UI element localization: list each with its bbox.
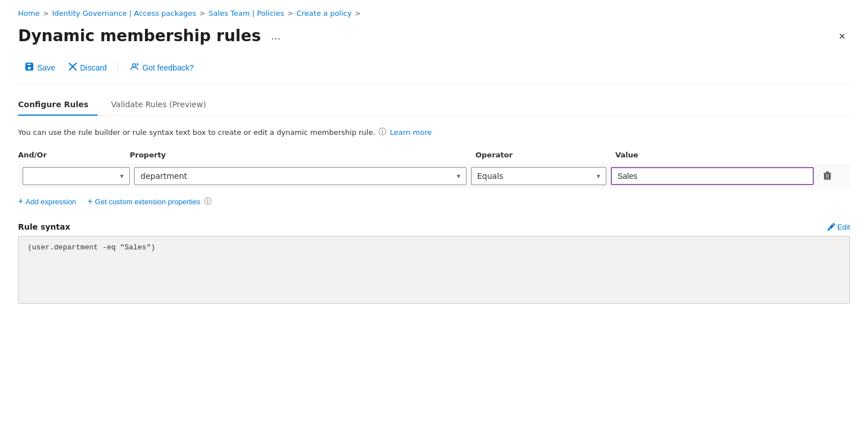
breadcrumb-sep-2: >: [200, 10, 205, 17]
page-header: Dynamic membership rules ... ×: [18, 27, 850, 45]
property-chevron-icon: ▾: [457, 172, 460, 180]
col-property: Property: [130, 151, 471, 159]
tab-configure-rules[interactable]: Configure Rules: [18, 95, 98, 116]
discard-icon: [69, 63, 77, 73]
breadcrumb: Home > Identity Governance | Access pack…: [18, 9, 850, 17]
get-custom-extension-button[interactable]: + Get custom extension properties ⓘ: [87, 196, 212, 207]
col-value: Value: [615, 151, 818, 159]
breadcrumb-create-policy[interactable]: Create a policy: [297, 9, 352, 17]
feedback-icon: [130, 62, 139, 73]
and-or-chevron-icon: ▾: [120, 172, 124, 180]
discard-button[interactable]: Discard: [62, 59, 113, 76]
rule-row: ▾ department ▾ Equals ▾: [18, 164, 850, 188]
col-actions: [823, 151, 850, 159]
add-expression-button[interactable]: + Add expression: [18, 196, 76, 207]
rule-syntax-box: (user.department -eq "Sales"): [18, 236, 850, 304]
breadcrumb-identity-governance[interactable]: Identity Governance | Access packages: [52, 9, 196, 17]
toolbar-divider: [118, 61, 118, 74]
feedback-button[interactable]: Got feedback?: [123, 59, 200, 77]
close-button[interactable]: ×: [834, 28, 850, 44]
add-expression-plus-icon: +: [18, 196, 23, 207]
svg-point-0: [133, 64, 136, 67]
breadcrumb-sep-4: >: [355, 10, 360, 17]
get-custom-label: Get custom extension properties: [95, 197, 200, 206]
property-value: department: [140, 172, 187, 181]
description: You can use the rule builder or rule syn…: [18, 127, 850, 137]
tabs: Configure Rules Validate Rules (Preview): [18, 95, 850, 116]
tab-validate-rules[interactable]: Validate Rules (Preview): [111, 95, 215, 116]
toolbar: Save Discard Got feedback?: [18, 59, 850, 84]
value-input[interactable]: [611, 167, 814, 185]
edit-icon: [827, 223, 835, 231]
description-text: You can use the rule builder or rule syn…: [18, 128, 375, 137]
rule-syntax-section: Rule syntax Edit (user.department -eq "S…: [18, 222, 850, 304]
save-button[interactable]: Save: [18, 59, 62, 77]
get-custom-info-icon: ⓘ: [204, 196, 212, 207]
edit-label: Edit: [838, 223, 850, 231]
col-operator: Operator: [475, 151, 611, 159]
get-custom-plus-icon: +: [87, 196, 92, 207]
discard-label: Discard: [80, 63, 107, 72]
operator-value: Equals: [477, 172, 503, 181]
learn-more-link[interactable]: Learn more: [390, 128, 431, 137]
feedback-label: Got feedback?: [142, 63, 193, 72]
breadcrumb-home[interactable]: Home: [18, 9, 39, 17]
property-select[interactable]: department ▾: [134, 167, 466, 185]
save-icon: [25, 62, 34, 73]
and-or-select[interactable]: ▾: [23, 167, 130, 185]
save-label: Save: [37, 63, 55, 72]
breadcrumb-sales-team[interactable]: Sales Team | Policies: [209, 9, 284, 17]
edit-rule-syntax-button[interactable]: Edit: [827, 223, 850, 231]
delete-row-button[interactable]: [818, 167, 836, 185]
operator-chevron-icon: ▾: [597, 172, 600, 180]
info-icon: ⓘ: [378, 127, 386, 137]
add-expression-label: Add expression: [25, 197, 76, 206]
ellipsis-button[interactable]: ...: [268, 28, 284, 43]
col-and-or: And/Or: [18, 151, 125, 159]
rule-syntax-header: Rule syntax Edit: [18, 222, 850, 231]
breadcrumb-sep-3: >: [288, 10, 293, 17]
actions-row: + Add expression + Get custom extension …: [18, 196, 850, 207]
rule-builder: And/Or Property Operator Value ▾ departm…: [18, 151, 850, 207]
breadcrumb-sep-1: >: [43, 10, 49, 17]
page-title: Dynamic membership rules: [18, 27, 261, 45]
trash-icon: [823, 172, 832, 181]
page-title-row: Dynamic membership rules ...: [18, 27, 284, 45]
operator-select[interactable]: Equals ▾: [471, 167, 606, 185]
rule-syntax-title: Rule syntax: [18, 222, 71, 231]
rule-header: And/Or Property Operator Value: [18, 151, 850, 164]
